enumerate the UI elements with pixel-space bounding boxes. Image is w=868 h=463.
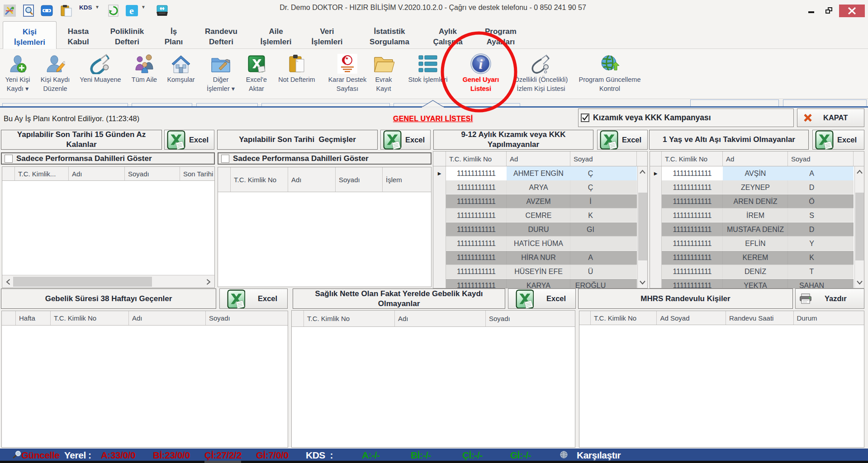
svg-text:i: i: [479, 57, 483, 71]
